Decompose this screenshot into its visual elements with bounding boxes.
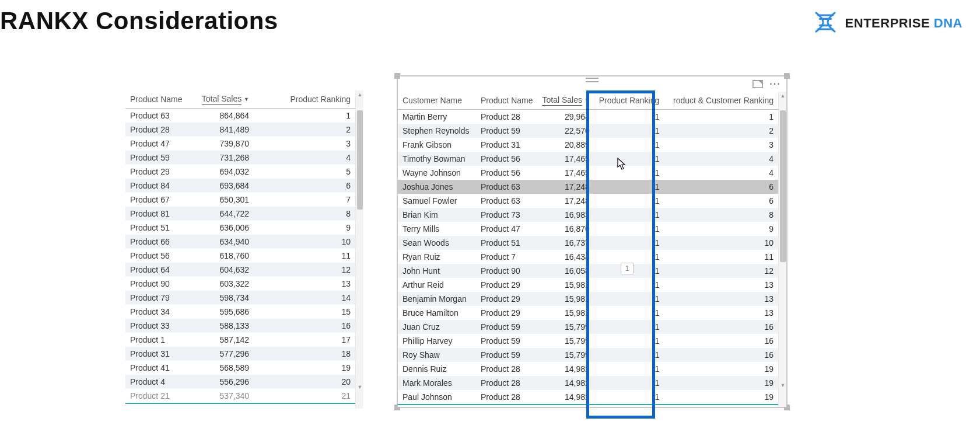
table-row[interactable]: Wayne JohnsonProduct 5617,46514 xyxy=(398,166,778,180)
cell-sales: 15,981 xyxy=(537,306,594,320)
cell-sales: 17,248 xyxy=(537,194,594,208)
col-total-sales[interactable]: Total Sales ▼ xyxy=(537,92,594,110)
table-row[interactable]: Product 4556,29620 xyxy=(125,375,355,389)
cell-pcrank: 19 xyxy=(664,390,778,405)
table-row[interactable]: Product 29694,0325 xyxy=(125,165,355,179)
cell-product: Product 63 xyxy=(125,109,190,123)
col-total-sales[interactable]: Total Sales ▼ xyxy=(190,90,254,109)
customer-product-ranking-visual[interactable]: ··· Customer Name Product Name Total Sal… xyxy=(397,75,788,408)
table-row[interactable]: Frank GibsonProduct 3120,88913 xyxy=(398,138,778,152)
cell-pcrank: 11 xyxy=(664,250,778,264)
table-row[interactable]: Product 21537,34021 xyxy=(125,389,355,403)
resize-handle[interactable] xyxy=(784,73,790,79)
scroll-up-icon[interactable]: ▲ xyxy=(780,93,786,99)
cell-product: Product 29 xyxy=(476,292,537,306)
cell-customer: Timothy Bowman xyxy=(398,152,476,166)
col-product-ranking[interactable]: Product Ranking xyxy=(594,92,664,110)
cell-rank: 16 xyxy=(254,319,355,333)
col-customer-name[interactable]: Customer Name xyxy=(398,92,476,110)
table-row[interactable]: Samuel FowlerProduct 6317,24816 xyxy=(398,194,778,208)
table-header-row: Product Name Total Sales ▼ Product Ranki… xyxy=(125,90,355,109)
cell-rank: 1 xyxy=(254,109,355,123)
product-ranking-table[interactable]: Product Name Total Sales ▼ Product Ranki… xyxy=(125,90,355,409)
focus-mode-icon[interactable] xyxy=(752,79,763,89)
cell-sales: 841,489 xyxy=(190,123,254,137)
table-row[interactable]: Product 41568,58919 xyxy=(125,361,355,375)
more-options-icon[interactable]: ··· xyxy=(770,79,780,89)
table-row[interactable]: Product 84693,6846 xyxy=(125,179,355,193)
resize-handle[interactable] xyxy=(394,73,400,79)
table-row[interactable]: Terry MillsProduct 4716,87019 xyxy=(398,222,778,236)
table-row[interactable]: Joshua JonesProduct 6317,24816 xyxy=(398,180,778,194)
table-row[interactable]: Product 47739,8703 xyxy=(125,137,355,151)
cell-rank: 1 xyxy=(594,152,664,166)
table-row[interactable]: Product 79598,73414 xyxy=(125,291,355,305)
table-row[interactable]: Product 34595,68615 xyxy=(125,305,355,319)
table-row[interactable]: Product 28841,4892 xyxy=(125,123,355,137)
cell-sales: 636,006 xyxy=(190,221,254,235)
col-product-name[interactable]: Product Name xyxy=(125,90,190,109)
cell-product: Product 84 xyxy=(125,179,190,193)
table-row[interactable]: Product 64604,63212 xyxy=(125,263,355,277)
table-row[interactable]: Product 67650,3017 xyxy=(125,193,355,207)
table-row[interactable]: Paul JohnsonProduct 2814,982119 xyxy=(398,390,778,405)
customer-product-table[interactable]: Customer Name Product Name Total Sales ▼… xyxy=(398,92,778,407)
cell-sales: 16,737 xyxy=(537,236,594,250)
cell-product: Product 29 xyxy=(476,278,537,292)
table-row[interactable]: John HuntProduct 9016,058112 xyxy=(398,264,778,278)
cell-rank: 1 xyxy=(594,264,664,278)
table-row[interactable]: Juan CruzProduct 5915,799116 xyxy=(398,320,778,334)
table-row[interactable]: Dennis RuizProduct 2814,982119 xyxy=(398,362,778,376)
table-row[interactable]: Product 90603,32213 xyxy=(125,277,355,291)
cell-sales: 604,632 xyxy=(190,263,254,277)
cell-rank: 6 xyxy=(254,179,355,193)
vertical-scrollbar[interactable]: ▲ ▼ xyxy=(355,90,363,409)
cell-pcrank: 10 xyxy=(664,236,778,250)
cell-rank: 1 xyxy=(594,362,664,376)
cell-customer: Wayne Johnson xyxy=(398,166,476,180)
cell-pcrank: 13 xyxy=(664,292,778,306)
scroll-thumb[interactable] xyxy=(357,110,363,210)
table-row[interactable]: Product 81644,7228 xyxy=(125,207,355,221)
cell-product: Product 56 xyxy=(476,152,537,166)
cell-customer: Frank Gibson xyxy=(398,138,476,152)
table-row[interactable]: Phillip HarveyProduct 5915,799116 xyxy=(398,334,778,348)
cell-rank: 3 xyxy=(254,137,355,151)
table-row[interactable]: Roy ShawProduct 5915,799116 xyxy=(398,348,778,362)
table-row[interactable]: Sean WoodsProduct 5116,737110 xyxy=(398,236,778,250)
table-row[interactable]: Arthur ReidProduct 2915,981113 xyxy=(398,278,778,292)
table-row[interactable]: Mark MoralesProduct 2814,982119 xyxy=(398,376,778,390)
table-row[interactable]: Timothy BowmanProduct 5617,46514 xyxy=(398,152,778,166)
table-row[interactable]: Product 51636,0069 xyxy=(125,221,355,235)
cell-sales: 16,870 xyxy=(537,222,594,236)
cell-pcrank: 19 xyxy=(664,362,778,376)
table-row[interactable]: Product 1587,14217 xyxy=(125,333,355,347)
scroll-down-icon[interactable]: ▼ xyxy=(357,384,363,390)
table-row[interactable]: Bruce HamiltonProduct 2915,981113 xyxy=(398,306,778,320)
drag-grip-icon[interactable] xyxy=(586,78,598,82)
cell-customer: Brian Kim xyxy=(398,208,476,222)
cell-rank: 2 xyxy=(254,123,355,137)
scroll-thumb[interactable] xyxy=(780,110,786,262)
col-product-name[interactable]: Product Name xyxy=(476,92,537,110)
scroll-down-icon[interactable]: ▼ xyxy=(780,382,786,388)
table-row[interactable]: Ryan RuizProduct 716,434111 xyxy=(398,250,778,264)
table-row[interactable]: Product 63864,8641 xyxy=(125,109,355,123)
table-row[interactable]: Brian KimProduct 7316,98318 xyxy=(398,208,778,222)
col-product-ranking[interactable]: Product Ranking xyxy=(254,90,355,109)
scroll-up-icon[interactable]: ▲ xyxy=(357,92,363,97)
table-row[interactable]: Martin BerryProduct 2829,96411 xyxy=(398,110,778,124)
table-row[interactable]: Product 56618,76011 xyxy=(125,249,355,263)
cell-sales: 598,734 xyxy=(190,291,254,305)
vertical-scrollbar[interactable]: ▲ ▼ xyxy=(778,92,786,407)
table-row[interactable]: Product 59731,2684 xyxy=(125,151,355,165)
product-ranking-table-visual[interactable]: Product Name Total Sales ▼ Product Ranki… xyxy=(125,90,363,409)
col-product-customer-ranking[interactable]: roduct & Customer Ranking xyxy=(664,92,778,110)
table-row[interactable]: Benjamin MorganProduct 2915,981113 xyxy=(398,292,778,306)
cell-product: Product 28 xyxy=(476,362,537,376)
table-row[interactable]: Product 33588,13316 xyxy=(125,319,355,333)
cell-product: Product 47 xyxy=(476,222,537,236)
table-row[interactable]: Product 66634,94010 xyxy=(125,235,355,249)
table-row[interactable]: Stephen ReynoldsProduct 5922,57012 xyxy=(398,124,778,138)
table-row[interactable]: Product 31577,29618 xyxy=(125,347,355,361)
